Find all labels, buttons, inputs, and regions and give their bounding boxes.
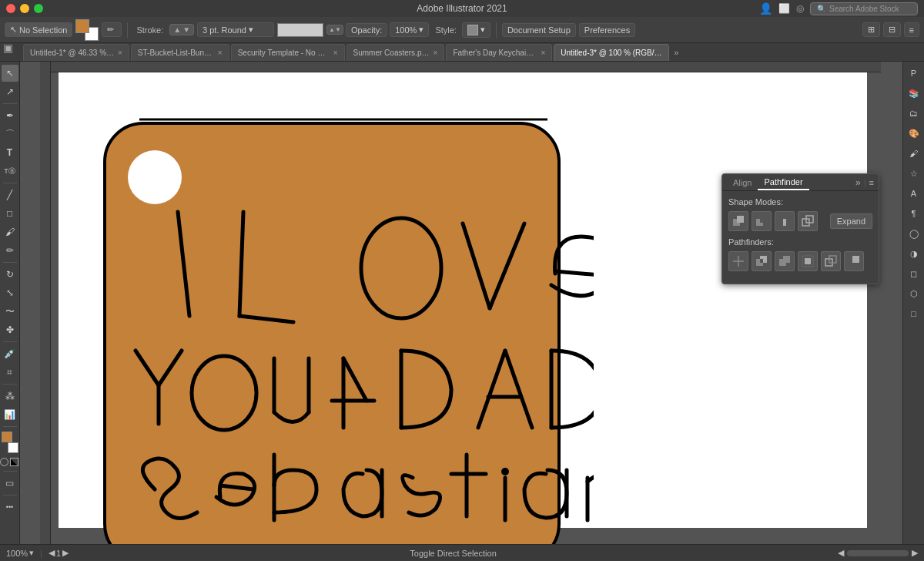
outline-btn[interactable] <box>821 251 841 271</box>
tab-close-0[interactable]: × <box>118 49 122 57</box>
swatches-panel-btn[interactable]: 🎨 <box>906 125 922 142</box>
direct-selection-tool-btn[interactable]: ↗ <box>2 83 18 100</box>
eyedropper-tool-btn[interactable]: 💉 <box>2 345 18 362</box>
tab-2[interactable]: Security Template - No PNG JPG.ai* × <box>231 44 345 61</box>
trim-btn[interactable] <box>752 251 772 271</box>
curvature-tool-btn[interactable]: ⌒ <box>2 126 18 143</box>
panel-toggle-icon[interactable]: ▣ <box>3 42 13 54</box>
artwork-canvas[interactable] <box>70 77 594 544</box>
symbol-spray-btn[interactable]: ⁂ <box>2 388 18 405</box>
tab-close-4[interactable]: × <box>541 49 545 57</box>
stroke-type-select[interactable]: 3 pt. Round ▾ <box>197 22 274 37</box>
warp-tool-btn[interactable]: 〜 <box>2 303 18 320</box>
tab-5[interactable]: Untitled-3* @ 100 % (RGB/Preview) <box>554 44 669 61</box>
graphic-styles-btn[interactable]: □ <box>906 305 922 322</box>
tab-3[interactable]: Summer Coasters.pdf @ 55.81... × <box>346 44 445 61</box>
intersect-btn[interactable] <box>775 211 795 231</box>
blend-tool-btn[interactable]: ⌗ <box>2 364 18 381</box>
next-artboard-btn[interactable]: ▶ <box>62 548 69 558</box>
exclude-btn[interactable] <box>798 211 818 231</box>
minus-front-btn[interactable] <box>752 211 772 231</box>
minimize-btn[interactable] <box>20 4 29 13</box>
color-swatches[interactable] <box>75 19 99 41</box>
para-panel-btn[interactable]: ¶ <box>906 205 922 222</box>
fill-color-swatch[interactable] <box>75 19 89 33</box>
prev-artboard-btn[interactable]: ◀ <box>49 548 55 558</box>
merge-btn[interactable] <box>775 251 795 271</box>
chevron-down-icon: ▼ <box>182 25 190 34</box>
crop-btn[interactable] <box>798 251 818 271</box>
opacity-percent[interactable]: 100% ▾ <box>390 22 429 37</box>
tab-overflow-btn[interactable]: » <box>671 48 681 57</box>
rotate-tool-btn[interactable]: ↻ <box>2 266 18 283</box>
symbols-panel-btn[interactable]: ☆ <box>906 165 922 182</box>
paintbrush-tool-btn[interactable]: 🖌 <box>2 223 18 240</box>
pen-tool-btn[interactable]: ✒ <box>2 107 18 124</box>
libraries-panel-btn[interactable]: 📚 <box>906 85 922 102</box>
minus-back-btn[interactable] <box>844 251 864 271</box>
color-preview[interactable] <box>277 23 323 37</box>
tab-bar: ▣ Untitled-1* @ 46.33 % (RGB/P... × ST-B… <box>0 43 924 62</box>
touch-type-btn[interactable]: Tⓐ <box>2 163 18 180</box>
appearance-panel-btn[interactable]: ⬡ <box>906 285 922 302</box>
selection-indicator[interactable]: ↖ No Selection <box>5 22 72 37</box>
tool-color-swatches[interactable] <box>0 432 20 453</box>
unite-btn[interactable] <box>728 211 748 231</box>
color-mode-btn[interactable] <box>0 458 8 466</box>
scroll-right-btn[interactable]: ▶ <box>912 548 918 558</box>
more-tools-btn[interactable]: ••• <box>2 499 18 516</box>
tab-4[interactable]: Father's Day Keychains.svg @ ... × <box>446 44 552 61</box>
pathfinder-tab[interactable]: Pathfinder <box>758 175 808 190</box>
artboard-nav[interactable]: ◀ 1 ▶ <box>49 548 69 558</box>
style-value[interactable]: ▾ <box>462 22 490 38</box>
screen-mode-btn[interactable]: ▭ <box>2 475 18 492</box>
tool-fill-swatch[interactable] <box>2 432 12 442</box>
close-btn[interactable] <box>6 4 15 13</box>
maximize-btn[interactable] <box>34 4 43 13</box>
scale-tool-btn[interactable]: ⤡ <box>2 284 18 301</box>
user-icon[interactable]: 👤 <box>759 2 772 15</box>
document-setup-btn[interactable]: Document Setup <box>502 23 576 37</box>
scroll-left-btn[interactable]: ◀ <box>838 548 844 558</box>
arrange-icon[interactable]: ⊞ <box>862 22 880 37</box>
transparency-panel-btn[interactable]: ◻ <box>906 265 922 282</box>
traffic-lights[interactable] <box>6 4 43 13</box>
tab-close-1[interactable]: × <box>218 49 223 57</box>
tab-close-2[interactable]: × <box>333 49 338 57</box>
stroke-value[interactable]: ▲ ▼ <box>169 24 194 35</box>
preferences-btn[interactable]: Preferences <box>579 23 635 37</box>
brushes-panel-btn[interactable]: 🖌 <box>906 145 922 162</box>
puppet-warp-btn[interactable]: ✤ <box>2 321 18 338</box>
location-icon[interactable]: ◎ <box>796 3 804 14</box>
type-tool-btn[interactable]: T <box>2 144 18 161</box>
arrange2-icon[interactable]: ⊟ <box>883 22 901 37</box>
tab-0[interactable]: Untitled-1* @ 46.33 % (RGB/P... × <box>23 44 129 61</box>
gradient-mode-btn[interactable] <box>10 458 18 466</box>
opacity-value[interactable]: Opacity: <box>346 23 387 37</box>
panel-expand-icon[interactable]: » <box>855 177 861 188</box>
layers-panel-btn[interactable]: 🗂 <box>906 105 922 122</box>
tab-1[interactable]: ST-Bucket-List-Bundle.jpg @ ... × <box>131 44 229 61</box>
align-tab[interactable]: Align <box>727 176 758 190</box>
more-btn[interactable]: ≡ <box>904 22 919 37</box>
divide-btn[interactable] <box>728 251 748 271</box>
tab-close-3[interactable]: × <box>434 49 438 57</box>
zoom-control[interactable]: 100% ▾ <box>6 548 34 558</box>
column-graph-btn[interactable]: 📊 <box>2 406 18 423</box>
opacity-arrows[interactable]: ▲▼ <box>326 25 343 35</box>
panel-menu-icon[interactable]: ≡ <box>869 178 874 187</box>
brush-tool-btn[interactable]: ✏ <box>102 22 122 37</box>
properties-panel-btn[interactable]: P <box>906 65 922 82</box>
line-tool-btn[interactable]: ╱ <box>2 186 18 203</box>
gradient-panel-btn[interactable]: ◑ <box>906 245 922 262</box>
selection-tool-btn[interactable]: ↖ <box>2 65 18 82</box>
window-tile-icon[interactable]: ⬜ <box>778 3 790 14</box>
scroll-bar[interactable] <box>847 550 909 556</box>
type-panel-btn[interactable]: A <box>906 185 922 202</box>
expand-btn[interactable]: Expand <box>830 213 872 229</box>
tool-stroke-swatch[interactable] <box>8 442 18 453</box>
stroke-panel-btn[interactable]: ◯ <box>906 225 922 242</box>
search-adobe[interactable]: 🔍 Search Adobe Stock <box>810 2 918 15</box>
pencil-tool-btn[interactable]: ✏ <box>2 242 18 259</box>
rect-tool-btn[interactable]: □ <box>2 205 18 222</box>
